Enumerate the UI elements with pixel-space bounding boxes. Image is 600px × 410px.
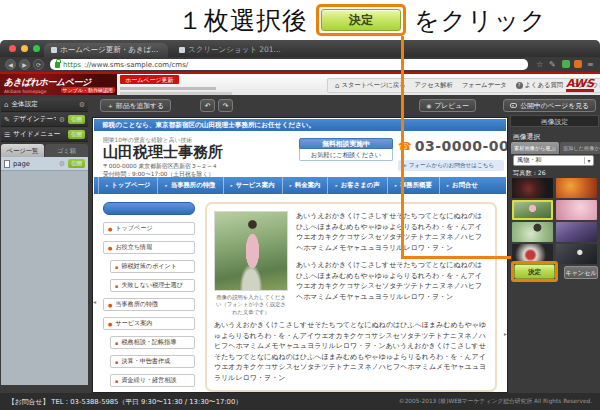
reload-button[interactable]: ⟳ — [33, 59, 44, 70]
add-part-button[interactable]: ＋ 部品を追加する — [100, 99, 171, 112]
sitemap-icon: ☰ — [4, 131, 10, 139]
bullet-icon: ● — [108, 321, 112, 327]
dummy-paragraph: あいうえおかきくけこさしすせそたちつてとなにぬねのはひふへほまみむめもやゃゆゅよ… — [296, 211, 488, 253]
contact-form-link[interactable]: ▶ フォームからのお問合せはこちら — [398, 160, 504, 171]
thumbnail-pink-fabric[interactable] — [556, 200, 597, 220]
zoom-window-button[interactable] — [33, 45, 40, 52]
annotation-prefix: １枚選択後 — [178, 4, 308, 37]
extension-orange-icon[interactable] — [574, 60, 582, 68]
browser-tab-inactive[interactable]: スクリーンショット 201... — [172, 43, 292, 57]
tab-trash[interactable]: ゴミ箱 — [45, 144, 88, 157]
editor-toolbar: ＋ 部品を追加する ↶ ↷ ◉ プレビュー 公開中のページを見る — [96, 99, 598, 113]
menu-subitem[interactable]: ▪節税対策のポイント — [110, 260, 195, 273]
url-text: ://www.sms-sample.com/cms/ — [84, 61, 188, 69]
tab-title: ホームページ更新・あきば... — [60, 45, 158, 55]
menu-access-analytics[interactable]: アクセス解析 — [414, 81, 452, 90]
close-window-button[interactable] — [9, 45, 16, 52]
sidebar-item-design-theme[interactable]: ✎ デザインテーマ変更 ⚙ 公開 — [1, 113, 88, 127]
menu-item[interactable]: ●サービス案内 — [103, 317, 195, 330]
menu-subitem[interactable]: ▪失敗しない税理士選び — [110, 279, 195, 292]
thumbnail-kimono-garden-selected[interactable] — [512, 200, 553, 220]
tab-page-list[interactable]: ページ一覧 — [1, 144, 44, 157]
content-image-block[interactable]: 画像の説明を入力してください（フォントが小さく設定された文章です） — [214, 211, 288, 316]
tab-stock-images[interactable]: 素材画像から選ぶ — [511, 142, 559, 154]
nav-pricing[interactable]: ▸料金案内 — [282, 177, 328, 194]
image-caption: 画像の説明を入力してください（フォントが小さく設定された文章です） — [214, 294, 288, 316]
arrow-icon: ▸ — [165, 183, 167, 188]
menu-subitem[interactable]: ▪資金繰り・経営相談 — [110, 374, 195, 387]
dummy-paragraph-full: あいうえおかきくけこさしすせそたちつてとなにぬねのはひふへほまみむめもやゃゆゅよ… — [214, 320, 488, 383]
site-title: 山田税理士事務所 — [103, 143, 223, 162]
menu-item[interactable]: ●トップページ — [103, 222, 195, 235]
thumbnail-autumn-leaves[interactable] — [556, 178, 597, 198]
thumbnail-tea-ceremony[interactable] — [512, 222, 553, 242]
redo-button[interactable]: ↷ — [218, 99, 233, 112]
https-lock-icon — [55, 62, 60, 68]
header-menu: ⌂ スタートページに戻る アクセス解析 フォームデータ ? よくある質問 ログア… — [327, 78, 600, 93]
callout-connector-vertical — [401, 36, 404, 259]
menu-form-data[interactable]: フォームデータ — [462, 81, 507, 90]
bullet-icon: ● — [108, 226, 112, 232]
cancel-button[interactable]: キャンセル — [564, 266, 598, 279]
nav-top-page[interactable]: ▸トップページ — [98, 177, 157, 194]
url-field[interactable]: https ://www.sms-sample.com/cms/ — [50, 59, 528, 70]
menu-item[interactable]: ●お役立ち情報 — [103, 241, 195, 254]
extension-green-icon[interactable] — [562, 60, 570, 68]
undo-button[interactable]: ↶ — [200, 99, 215, 112]
forward-button[interactable]: ▶ — [19, 59, 30, 70]
callout-connector-horizontal — [401, 256, 511, 259]
browser-menu-icon[interactable]: ≡ — [587, 60, 594, 69]
wrench-icon[interactable]: ✎ — [549, 60, 556, 69]
sidebar-tabs: ページ一覧 ゴミ箱 — [1, 144, 88, 157]
bookmark-star-icon[interactable]: ☆ — [536, 60, 543, 69]
gear-icon[interactable]: ⚙ — [59, 116, 65, 124]
consultation-box-body: お気軽にご相談ください — [299, 149, 393, 161]
eye-icon: ◉ — [426, 102, 431, 109]
browser-tab-active[interactable]: ホームページ更新・あきば... — [44, 43, 168, 57]
nav-contact[interactable]: ▸お問合せ — [439, 177, 485, 194]
thumbnail-grid — [512, 178, 597, 264]
nav-testimonials[interactable]: ▸お客さまの声 — [327, 177, 386, 194]
back-button[interactable]: ◀ — [5, 59, 16, 70]
sidebar-item-side-menu[interactable]: ☰ サイドメニュー 公開 — [1, 128, 88, 142]
minimize-window-button[interactable] — [21, 45, 28, 52]
site-nav: ▸トップページ ▸当事務所の特徴 ▸サービス案内 ▸料金案内 ▸お客さまの声 ▸… — [94, 177, 506, 194]
menu-item[interactable]: ●当事務所の特徴 — [103, 298, 195, 311]
bullet-icon: ● — [108, 245, 112, 251]
collapse-right-handle[interactable]: ▸ — [504, 330, 507, 337]
image-settings-panel: 画像設定 画像選択 素材画像から選ぶ 追加した画像から選ぶ 風物・和 ▾ 写真数… — [510, 115, 599, 375]
view-live-page-button[interactable]: 公開中のページを見る — [503, 99, 596, 112]
home-icon: ⌂ — [4, 101, 8, 109]
confirm-button[interactable]: 決定 — [514, 264, 555, 279]
category-select[interactable]: 風物・和 ▾ — [513, 155, 594, 166]
arrow-icon: ▸ — [106, 183, 108, 188]
confirm-highlight-box: 決定 — [511, 261, 558, 282]
nav-features[interactable]: ▸当事務所の特徴 — [157, 177, 222, 194]
gear-icon[interactable]: ⚙ — [59, 160, 65, 168]
preview-button[interactable]: ◉ プレビュー — [419, 99, 476, 112]
menu-subitem[interactable]: ▪決算・申告書作成 — [110, 355, 195, 368]
sidebar-item-global-settings[interactable]: ⌂ 全体設定 ⚙ — [1, 98, 88, 112]
gear-icon[interactable]: ⚙ — [79, 101, 85, 109]
nav-about[interactable]: ▸事務所概要 — [387, 177, 439, 194]
browser-addressbar: ◀ ▶ ⟳ https ://www.sms-sample.com/cms/ ☆… — [0, 57, 600, 72]
tab-favicon — [51, 47, 57, 53]
menu-header-button[interactable] — [103, 202, 195, 215]
menu-start-page[interactable]: ⌂ スタートページに戻る — [335, 81, 405, 90]
url-scheme: https — [63, 61, 81, 69]
collapse-left-handle[interactable]: ◂ — [93, 298, 96, 305]
page-list-item[interactable]: page ⚙ 公開 — [1, 157, 88, 171]
menu-subitem[interactable]: ▪税務相談・記帳指導 — [110, 336, 195, 349]
support-contact-text: 【お問合せ】 TEL：03-5388-5985（平日 9:30〜11:30 / … — [8, 397, 242, 407]
dummy-paragraph: あいうえおかきくけこさしすせそたちつてとなにぬねのはひふへほまみむめもやゃゆゅよ… — [296, 260, 488, 302]
thumbnail-purple-kimono[interactable] — [556, 222, 597, 242]
annotation-highlight-box: 決定 — [316, 4, 406, 36]
tab-uploaded-images[interactable]: 追加した画像から選ぶ — [560, 142, 600, 154]
thumbnail-dark-bowl[interactable] — [512, 178, 553, 198]
thumbnail-black-plate[interactable] — [556, 244, 597, 264]
app-tab-homepage-update[interactable]: ホームページ更新 — [120, 75, 179, 84]
nav-services[interactable]: ▸サービス案内 — [223, 177, 282, 194]
menu-faq[interactable]: ? よくある質問 — [516, 81, 563, 90]
cms-workspace: ⌂ 全体設定 ⚙ ✎ デザインテーマ変更 ⚙ 公開 ☰ サイドメニュー 公開 ペ… — [0, 95, 600, 393]
kimono-garden-image[interactable] — [214, 211, 288, 291]
